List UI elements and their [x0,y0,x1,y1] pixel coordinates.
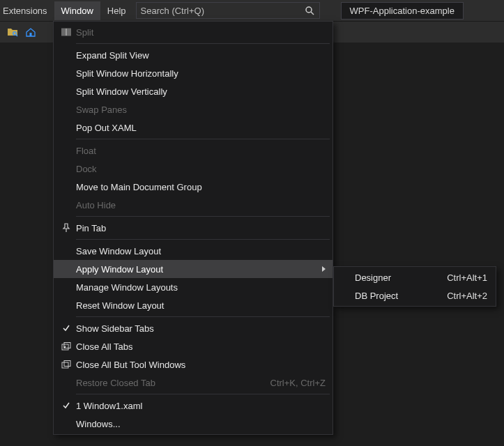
menu-item-label: Close All Tabs [76,341,326,352]
menu-item-manage-window-layouts[interactable]: Manage Window Layouts [54,278,333,296]
apply-window-layout-submenu: Designer Ctrl+Alt+1 DB Project Ctrl+Alt+… [333,266,496,307]
menu-item-pop-out-xaml[interactable]: Pop Out XAML [54,118,333,137]
menu-separator [76,316,330,317]
menu-item-show-sidebar-tabs[interactable]: Show Sidebar Tabs [54,319,333,337]
menu-item-label: Close All But Tool Windows [76,360,326,370]
menu-item-label: Float [76,146,326,156]
search-box[interactable]: Search (Ctrl+Q) [136,2,320,19]
checkmark-icon [56,324,76,332]
menu-item-windows[interactable]: Windows... [54,415,333,433]
menu-item-label: Save Window Layout [76,246,326,256]
menu-item-dock: Dock [54,160,333,178]
menu-item-reset-window-layout[interactable]: Reset Window Layout [54,296,333,314]
home-icon[interactable] [25,26,36,38]
pin-icon [56,223,76,233]
menu-item-label: Split [76,27,326,38]
menu-item-pin-tab[interactable]: Pin Tab [54,219,333,237]
menu-item-save-window-layout[interactable]: Save Window Layout [54,242,333,260]
menu-bar: Extensions Window Help Search (Ctrl+Q) W… [0,0,504,21]
menu-item-label: Show Sidebar Tabs [76,323,326,334]
search-icon [304,5,315,16]
menu-item-label: Pin Tab [76,223,326,233]
close-all-but-tool-icon [56,360,76,369]
menu-separator [76,216,330,217]
menu-item-label: Apply Window Layout [76,264,326,275]
submenu-item-label: Designer [355,272,391,283]
checkmark-icon [56,401,76,410]
menu-item-split-horizontally[interactable]: Split Window Horizontally [54,64,333,82]
menu-item-apply-window-layout[interactable]: Apply Window Layout [54,260,333,278]
menu-separator [76,139,330,139]
menu-window[interactable]: Window [54,1,100,20]
menu-item-float: Float [54,141,333,160]
menu-item-label: Expand Split View [76,50,326,61]
submenu-arrow-icon [322,266,326,272]
menu-item-label: Swap Panes [76,105,326,115]
menu-item-move-to-main-doc-group[interactable]: Move to Main Document Group [54,178,333,196]
menu-item-swap-panes: Swap Panes [54,100,333,118]
submenu-item-label: DB Project [355,291,398,301]
project-name-badge[interactable]: WPF-Application-example [341,2,464,20]
search-placeholder: Search (Ctrl+Q) [141,6,204,16]
svg-line-1 [311,12,314,15]
submenu-item-db-project[interactable]: DB Project Ctrl+Alt+2 [334,286,496,305]
menu-item-label: Split Window Horizontally [76,68,326,79]
submenu-item-shortcut: Ctrl+Alt+2 [447,291,487,301]
svg-rect-10 [64,361,70,367]
menu-item-label: Manage Window Layouts [76,282,326,293]
menu-item-label: Split Window Vertically [76,86,326,97]
close-all-tabs-icon [56,342,76,351]
menu-item-label: Restore Closed Tab [76,378,257,388]
menu-extensions[interactable]: Extensions [3,1,54,20]
menu-item-expand-split-view[interactable]: Expand Split View [54,46,333,64]
menu-item-split: Split [54,23,333,41]
svg-point-0 [306,7,312,13]
window-menu-dropdown: Split Expand Split View Split Window Hor… [53,21,333,435]
menu-item-label: Move to Main Document Group [76,182,326,192]
menu-item-close-all-but-tool-windows[interactable]: Close All But Tool Windows [54,355,333,374]
menu-item-shortcut: Ctrl+K, Ctrl+Z [257,378,326,388]
menu-item-label: 1 Window1.xaml [76,401,326,411]
svg-rect-9 [62,362,68,368]
menu-item-auto-hide: Auto Hide [54,196,333,214]
svg-rect-4 [30,33,32,36]
menu-item-label: Dock [76,164,326,174]
submenu-item-shortcut: Ctrl+Alt+1 [447,272,487,283]
menu-item-restore-closed-tab: Restore Closed Tab Ctrl+K, Ctrl+Z [54,374,333,392]
menu-separator [76,394,330,394]
menu-item-label: Reset Window Layout [76,300,326,311]
menu-separator [76,239,330,240]
split-icon [56,28,76,36]
menu-item-label: Windows... [76,419,326,429]
menu-item-document-1[interactable]: 1 Window1.xaml [54,397,333,415]
menu-help[interactable]: Help [100,1,133,20]
menu-item-split-vertically[interactable]: Split Window Vertically [54,82,333,100]
menu-item-label: Pop Out XAML [76,123,326,133]
menu-item-close-all-tabs[interactable]: Close All Tabs [54,337,333,355]
folder-search-icon[interactable] [7,26,18,38]
menu-separator [76,43,330,44]
submenu-item-designer[interactable]: Designer Ctrl+Alt+1 [334,268,496,286]
menu-item-label: Auto Hide [76,200,326,210]
